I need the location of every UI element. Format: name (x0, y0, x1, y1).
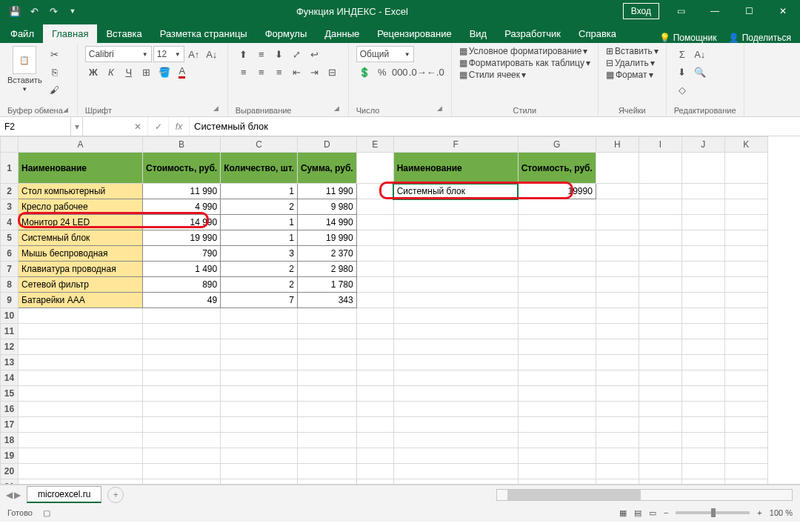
cell[interactable]: Кресло рабочее (19, 199, 143, 215)
row-header[interactable]: 4 (1, 215, 19, 230)
cell[interactable]: 1 780 (297, 277, 356, 293)
col-header[interactable]: C (221, 137, 298, 153)
cell[interactable] (639, 184, 681, 199)
cell[interactable]: Клавиатура проводная (19, 262, 143, 277)
cell[interactable] (356, 479, 393, 485)
cell[interactable] (393, 417, 518, 433)
view-normal-icon[interactable]: ▦ (619, 508, 627, 518)
cell[interactable] (19, 386, 143, 402)
tell-me[interactable]: 💡 Помощник (659, 33, 716, 43)
clear-icon[interactable]: ◇ (674, 82, 690, 98)
tab-help[interactable]: Справка (570, 24, 625, 43)
copy-icon[interactable]: ⎘ (47, 64, 63, 80)
cell[interactable] (639, 479, 681, 485)
cell[interactable] (724, 262, 767, 277)
cell[interactable]: 3 (221, 246, 298, 262)
cell[interactable]: 1 (221, 184, 298, 199)
cell[interactable] (639, 464, 681, 479)
cell[interactable] (724, 215, 767, 230)
cell[interactable] (221, 308, 298, 324)
cell[interactable] (639, 277, 681, 293)
cell[interactable] (724, 184, 767, 199)
sort-filter-icon[interactable]: A↓ (692, 46, 708, 62)
cell[interactable] (724, 370, 767, 386)
cell[interactable] (518, 417, 596, 433)
decrease-font-icon[interactable]: A↓ (204, 46, 220, 62)
cell[interactable]: 1 490 (143, 262, 221, 277)
zoom-slider[interactable] (676, 511, 750, 514)
cell[interactable] (393, 370, 518, 386)
cell[interactable]: 11 990 (297, 184, 356, 199)
cell[interactable] (19, 370, 143, 386)
name-box-dropdown-icon[interactable]: ▾ (71, 117, 83, 136)
percent-icon[interactable]: % (374, 64, 390, 80)
cell[interactable]: 19 990 (143, 230, 221, 246)
cell[interactable] (681, 417, 724, 433)
row-header[interactable]: 17 (1, 417, 19, 433)
row-header[interactable]: 21 (1, 479, 19, 485)
cell[interactable]: Сетевой фильтр (19, 277, 143, 293)
cell[interactable] (297, 386, 356, 402)
dialog-launcher-icon[interactable]: ◢ (213, 104, 220, 115)
cell[interactable] (681, 277, 724, 293)
cell[interactable] (143, 417, 221, 433)
delete-cells-button[interactable]: ⊟ Удалить ▾ (606, 58, 655, 68)
cell[interactable] (518, 246, 596, 262)
cell[interactable] (724, 324, 767, 339)
cell[interactable] (393, 479, 518, 485)
cell[interactable]: 1 (221, 215, 298, 230)
cell[interactable] (724, 464, 767, 479)
macro-record-icon[interactable]: ▢ (43, 508, 50, 518)
sign-in-button[interactable]: Вход (623, 3, 659, 19)
cell[interactable]: 343 (297, 293, 356, 308)
cell[interactable] (639, 370, 681, 386)
cell[interactable] (518, 324, 596, 339)
col-header[interactable]: D (297, 137, 356, 153)
row-header[interactable]: 7 (1, 262, 19, 277)
cell[interactable]: 2 (221, 277, 298, 293)
cell[interactable] (639, 433, 681, 448)
row-header[interactable]: 6 (1, 246, 19, 262)
cell[interactable] (681, 293, 724, 308)
cell[interactable] (596, 262, 639, 277)
cell[interactable] (596, 355, 639, 370)
fill-color-icon[interactable]: 🪣 (156, 64, 173, 80)
cell[interactable] (143, 448, 221, 464)
cell[interactable] (724, 355, 767, 370)
cell[interactable] (681, 215, 724, 230)
cell[interactable] (518, 355, 596, 370)
cell[interactable] (221, 448, 298, 464)
cell[interactable] (221, 339, 298, 355)
cell[interactable]: Стол компьютерный (19, 184, 143, 199)
cell[interactable] (518, 339, 596, 355)
sheet-nav-prev-icon[interactable]: ◀ (6, 490, 13, 500)
cell[interactable] (639, 324, 681, 339)
align-middle-icon[interactable]: ≡ (253, 46, 270, 62)
row-header[interactable]: 20 (1, 464, 19, 479)
cell[interactable] (518, 433, 596, 448)
cell[interactable] (143, 386, 221, 402)
cell[interactable] (639, 199, 681, 215)
qat-customize-icon[interactable]: ▼ (64, 2, 81, 20)
cell[interactable] (518, 199, 596, 215)
autosum-icon[interactable]: Σ (674, 46, 690, 62)
col-header[interactable]: G (518, 137, 596, 153)
align-right-icon[interactable]: ≡ (271, 64, 287, 80)
cell[interactable] (297, 402, 356, 417)
row-header[interactable]: 1 (1, 153, 19, 184)
cell[interactable] (518, 262, 596, 277)
cancel-icon[interactable]: ✕ (127, 117, 148, 136)
cell[interactable] (681, 324, 724, 339)
redo-icon[interactable]: ↷ (44, 2, 62, 20)
row-header[interactable]: 3 (1, 199, 19, 215)
new-sheet-icon[interactable]: + (107, 487, 124, 503)
cell[interactable] (356, 402, 393, 417)
cell[interactable] (356, 464, 393, 479)
cell[interactable] (297, 370, 356, 386)
paste-button[interactable]: 📋 Вставить ▼ (7, 46, 42, 93)
cell[interactable] (518, 230, 596, 246)
cell[interactable]: 49 (143, 293, 221, 308)
cell[interactable] (356, 386, 393, 402)
cell[interactable] (393, 402, 518, 417)
cell[interactable] (221, 324, 298, 339)
